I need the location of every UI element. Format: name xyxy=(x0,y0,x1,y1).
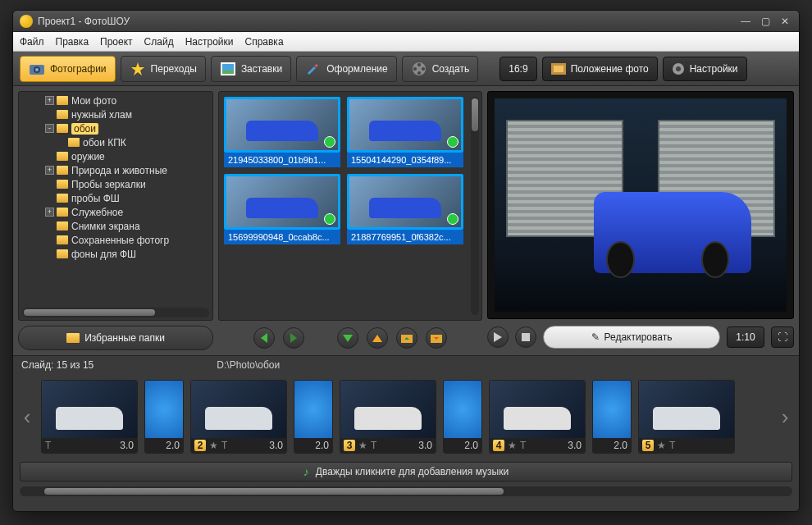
preview-panel[interactable] xyxy=(487,91,794,319)
thumbnail-item[interactable]: 15699990948_0ccab8c... xyxy=(224,174,340,244)
app-window: Проект1 - ФотоШОУ — ▢ ✕ Файл Правка Прое… xyxy=(12,10,800,512)
edit-button[interactable]: ✎ Редактировать xyxy=(543,326,720,349)
menu-project[interactable]: Проект xyxy=(100,36,133,48)
remove-folder-button[interactable] xyxy=(426,327,447,349)
tab-design[interactable]: Оформление xyxy=(296,56,396,82)
forward-button[interactable] xyxy=(283,327,304,349)
menu-help[interactable]: Справка xyxy=(244,36,283,48)
folder-tree[interactable]: +Мои фотонужный хлам-обоиобои КПКоружие+… xyxy=(18,91,213,321)
folder-icon xyxy=(57,235,68,244)
add-button[interactable] xyxy=(337,327,358,349)
svg-rect-6 xyxy=(222,71,234,74)
check-icon xyxy=(447,213,458,225)
tree-hscrollbar[interactable] xyxy=(22,308,209,317)
tree-node[interactable]: -обои xyxy=(22,121,209,135)
text-icon: T xyxy=(371,440,376,451)
music-track[interactable]: ♪ Дважды кликните для добавления музыки xyxy=(20,462,792,482)
expand-toggle[interactable]: + xyxy=(45,166,54,175)
check-icon xyxy=(324,213,335,225)
aspect-label: 16:9 xyxy=(509,63,527,75)
tree-node[interactable]: фоны для ФШ xyxy=(22,247,209,261)
check-icon xyxy=(324,136,335,148)
slide-item[interactable]: 3★T3.0 xyxy=(340,380,436,454)
pencil-icon: ✎ xyxy=(591,331,600,343)
tab-photos[interactable]: Фотографии xyxy=(20,56,116,82)
transition-item[interactable]: 2.0 xyxy=(443,380,482,454)
transition-item[interactable]: 2.0 xyxy=(592,380,632,454)
remove-button[interactable] xyxy=(367,327,388,349)
folder-icon xyxy=(57,180,68,189)
thumbnail-item[interactable]: 21945033800_01b9b1... xyxy=(224,97,340,167)
position-button[interactable]: Положение фото xyxy=(542,57,658,81)
tree-node[interactable]: +Мои фото xyxy=(22,94,209,107)
slide-item[interactable]: 4★T3.0 xyxy=(489,380,586,454)
timeline-prev[interactable]: ‹ xyxy=(20,380,34,454)
reel-icon xyxy=(411,62,427,76)
menubar: Файл Правка Проект Слайд Настройки Справ… xyxy=(13,32,799,52)
tree-node[interactable]: Снимки экрана xyxy=(22,219,209,233)
slide-item[interactable]: T3.0 xyxy=(41,380,138,454)
tab-photos-label: Фотографии xyxy=(50,63,107,75)
tree-node[interactable]: обои КПК xyxy=(22,135,209,149)
tree-node[interactable]: +Природа и животные xyxy=(22,163,209,177)
play-button[interactable] xyxy=(487,326,509,348)
close-button[interactable]: ✕ xyxy=(778,16,792,27)
transition-item[interactable]: 2.0 xyxy=(294,380,333,454)
menu-file[interactable]: Файл xyxy=(20,36,44,48)
add-folder-button[interactable] xyxy=(396,327,417,349)
tree-node[interactable]: оружие xyxy=(22,149,209,163)
expand-toggle[interactable]: - xyxy=(45,124,54,133)
stop-button[interactable] xyxy=(515,326,536,348)
expand-toggle[interactable]: + xyxy=(45,96,54,105)
aspect-button[interactable]: 16:9 xyxy=(500,57,536,81)
thumbnail-item[interactable]: 15504144290_0354f89... xyxy=(347,97,463,167)
tree-label: Пробы зеркалки xyxy=(71,179,146,190)
edit-label: Редактировать xyxy=(604,331,673,343)
transition-item[interactable]: 2.0 xyxy=(144,380,184,454)
svg-marker-21 xyxy=(494,332,502,342)
folder-down-icon xyxy=(400,332,413,344)
music-hint: Дважды кликните для добавления музыки xyxy=(316,466,509,477)
minimize-button[interactable]: — xyxy=(738,16,753,27)
frame-icon xyxy=(551,63,566,75)
settings-button[interactable]: Настройки xyxy=(663,57,747,81)
tab-transitions[interactable]: Переходы xyxy=(121,56,206,82)
timeline-next[interactable]: › xyxy=(778,380,792,454)
nav-bar xyxy=(218,326,482,350)
tree-node[interactable]: пробы ФШ xyxy=(22,191,209,205)
star-icon: ★ xyxy=(209,440,218,451)
text-icon: T xyxy=(221,440,227,451)
tree-node[interactable]: +Служебное xyxy=(22,205,209,219)
tree-node[interactable]: Сохраненные фотогр xyxy=(22,233,209,247)
slide-item[interactable]: 2★T3.0 xyxy=(190,380,287,454)
slide-item[interactable]: 5★T xyxy=(638,380,735,454)
menu-settings[interactable]: Настройки xyxy=(185,36,234,48)
menu-edit[interactable]: Правка xyxy=(56,36,89,48)
fullscreen-button[interactable]: ⛶ xyxy=(771,326,794,348)
star-icon: ★ xyxy=(657,440,666,451)
svg-point-12 xyxy=(413,67,417,71)
tree-label: обои КПК xyxy=(83,137,126,148)
tab-create-label: Создать xyxy=(432,63,470,75)
folder-icon xyxy=(57,194,68,203)
tree-node[interactable]: Пробы зеркалки xyxy=(22,177,209,191)
star-icon xyxy=(130,62,146,76)
favorites-button[interactable]: Избранные папки xyxy=(18,326,213,350)
thumbnail-item[interactable]: 21887769951_0f6382c... xyxy=(347,174,463,244)
app-logo-icon xyxy=(20,15,33,28)
maximize-button[interactable]: ▢ xyxy=(758,16,773,27)
tree-label: Мои фото xyxy=(71,95,116,107)
window-title: Проект1 - ФотоШОУ xyxy=(38,16,733,27)
tab-titles[interactable]: Заставки xyxy=(211,56,291,82)
timeline-scrollbar[interactable] xyxy=(20,486,792,496)
thumbs-vscrollbar[interactable] xyxy=(471,97,479,315)
back-button[interactable] xyxy=(253,327,275,349)
right-column: ✎ Редактировать 1:10 ⛶ xyxy=(487,91,794,350)
expand-toggle[interactable]: + xyxy=(45,208,54,217)
tree-node[interactable]: нужный хлам xyxy=(22,107,209,121)
titlebar: Проект1 - ФотоШОУ — ▢ ✕ xyxy=(13,11,799,32)
brush-icon xyxy=(305,62,322,76)
menu-slide[interactable]: Слайд xyxy=(144,36,174,48)
tab-create[interactable]: Создать xyxy=(402,56,479,82)
folder-icon xyxy=(57,221,68,231)
